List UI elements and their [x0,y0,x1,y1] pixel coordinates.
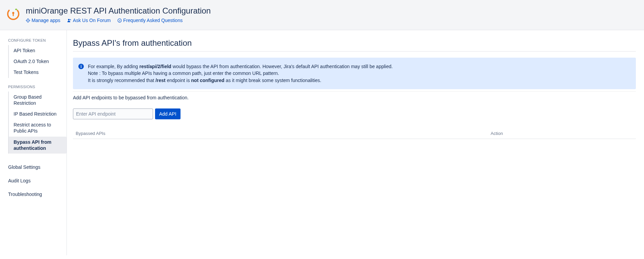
input-row: Add API [73,108,636,119]
page-title: miniOrange REST API Authentication Confi… [26,6,211,16]
ask-forum-link[interactable]: Ask Us On Forum [67,18,111,23]
faq-label: Frequently Asked Questions [123,18,183,23]
info-line1-bold: rest/api/2/field [139,64,171,69]
svg-point-10 [68,19,70,20]
users-icon [67,18,72,23]
info-line3-bold1: /rest [155,78,166,83]
main-content: Bypass API's from authentication For exa… [67,30,644,255]
table-col-bypassed: Bypassed APIs [76,131,491,136]
info-line2: Note : To bypass multiple APIs having a … [88,70,393,77]
sidebar-item-group-restriction[interactable]: Group Based Restriction [9,92,67,108]
ask-forum-label: Ask Us On Forum [73,18,111,23]
sidebar-group-token-label: CONFIGURE TOKEN [8,38,67,42]
sidebar-item-test-tokens[interactable]: Test Tokens [9,67,67,78]
sidebar-item-troubleshooting[interactable]: Troubleshooting [8,187,67,201]
header-links: Manage apps Ask Us On Forum ? Frequently… [26,18,211,23]
table-col-action: Action [491,131,633,136]
svg-point-3 [15,9,17,10]
info-box: For example, By adding rest/api/2/field … [73,58,636,89]
info-line3-post: as it might break some system functional… [224,78,321,83]
main-heading: Bypass API's from authentication [73,38,636,52]
svg-rect-2 [13,13,14,16]
divider [73,91,636,92]
svg-point-15 [81,65,81,65]
svg-point-5 [27,20,28,21]
sidebar-group-permissions-label: PERMISSIONS [8,85,67,89]
svg-text:?: ? [119,19,120,22]
sidebar-item-bypass-api[interactable]: Bypass API from authentication [9,137,67,154]
svg-rect-16 [81,66,81,68]
info-line3-pre: It is strongly recommended that [88,78,155,83]
sidebar-item-api-token[interactable]: API Token [9,45,67,56]
info-line3-mid: endpoint is [166,78,191,83]
manage-apps-label: Manage apps [32,18,60,23]
logo [7,7,20,21]
manage-apps-link[interactable]: Manage apps [26,18,60,23]
info-line3-bold2: not configured [191,78,224,83]
crosshair-icon [26,18,30,23]
sidebar-item-audit-logs[interactable]: Audit Logs [8,174,67,187]
sidebar-item-global-settings[interactable]: Global Settings [8,160,67,174]
question-circle-icon: ? [117,18,122,23]
faq-link[interactable]: ? Frequently Asked Questions [117,18,183,23]
sidebar-item-oauth-token[interactable]: OAuth 2.0 Token [9,56,67,67]
table-header: Bypassed APIs Action [73,129,636,139]
sidebar-item-ip-restriction[interactable]: IP Based Restriction [9,108,67,119]
sidebar: CONFIGURE TOKEN API Token OAuth 2.0 Toke… [0,30,67,255]
miniorange-logo-icon [7,7,20,20]
add-api-button[interactable]: Add API [155,108,181,119]
info-line1-pre: For example, By adding [88,64,139,69]
description-text: Add API endpoints to be bypassed from au… [73,95,636,100]
info-text: For example, By adding rest/api/2/field … [88,63,393,84]
api-endpoint-input[interactable] [73,108,153,119]
svg-point-11 [70,19,71,20]
info-icon [78,64,84,69]
sidebar-item-public-api-restrict[interactable]: Restrict access to Public APIs [9,119,67,136]
info-line1-post: would bypass the API from authentication… [171,64,393,69]
header: miniOrange REST API Authentication Confi… [0,0,644,30]
